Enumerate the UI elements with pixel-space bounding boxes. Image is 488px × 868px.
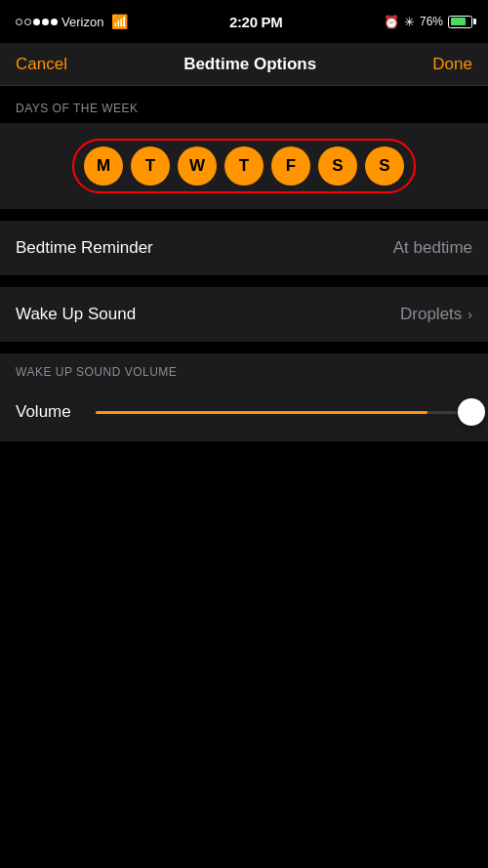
done-button[interactable]: Done [432, 55, 472, 74]
volume-section-label: WAKE UP SOUND VOLUME [0, 353, 488, 383]
day-wednesday[interactable]: W [178, 146, 217, 186]
days-oval: M T W T F S S [72, 139, 416, 193]
battery-percent: 76% [420, 15, 443, 28]
status-left: Verizon 📶 [16, 14, 128, 29]
volume-slider-fill [96, 411, 427, 414]
wake-up-sound-text: Droplets [400, 305, 462, 324]
signal-icon [16, 19, 58, 25]
volume-section: WAKE UP SOUND VOLUME Volume [0, 353, 488, 441]
volume-slider-row: Volume [0, 383, 488, 441]
wifi-icon: 📶 [111, 14, 128, 29]
day-tuesday[interactable]: T [131, 146, 170, 186]
separator-2 [0, 275, 488, 287]
bedtime-reminder-value: At bedtime [393, 238, 472, 258]
day-saturday[interactable]: S [318, 146, 357, 186]
wake-up-sound-row[interactable]: Wake Up Sound Droplets › [0, 287, 488, 342]
separator-3 [0, 342, 488, 353]
bedtime-reminder-container: Bedtime Reminder At bedtime [0, 221, 488, 275]
content: DAYS OF THE WEEK M T W T F S S Bedtime R… [0, 86, 488, 441]
signal-dot-4 [42, 19, 49, 25]
bedtime-reminder-label: Bedtime Reminder [16, 238, 153, 258]
volume-label: Volume [16, 402, 84, 422]
wake-up-sound-label: Wake Up Sound [16, 305, 136, 324]
days-container: M T W T F S S [0, 123, 488, 209]
wake-up-sound-value: Droplets › [400, 305, 472, 324]
bedtime-reminder-row[interactable]: Bedtime Reminder At bedtime [0, 221, 488, 275]
volume-slider-thumb[interactable] [458, 398, 485, 426]
page-title: Bedtime Options [183, 55, 316, 74]
chevron-right-icon: › [468, 307, 472, 322]
alarm-icon: ⏰ [384, 15, 399, 29]
cancel-button[interactable]: Cancel [16, 55, 67, 74]
day-sunday[interactable]: S [365, 146, 404, 186]
status-bar: Verizon 📶 2:20 PM ⏰ ✳ 76% [0, 0, 488, 43]
days-section-label: DAYS OF THE WEEK [0, 86, 488, 123]
nav-bar: Cancel Bedtime Options Done [0, 43, 488, 86]
separator-1 [0, 209, 488, 221]
signal-dot-1 [16, 19, 22, 25]
bluetooth-icon: ✳ [404, 15, 415, 29]
carrier-label: Verizon [61, 15, 103, 29]
status-right: ⏰ ✳ 76% [384, 15, 472, 29]
signal-dot-3 [33, 19, 40, 25]
day-friday[interactable]: F [271, 146, 310, 186]
day-thursday[interactable]: T [224, 146, 264, 186]
volume-slider-track[interactable] [96, 411, 472, 414]
signal-dot-2 [24, 19, 31, 25]
status-time: 2:20 PM [229, 14, 283, 30]
volume-row: Volume [16, 402, 472, 422]
signal-dot-5 [51, 19, 58, 25]
day-monday[interactable]: M [84, 146, 123, 186]
battery-icon [448, 16, 472, 28]
wake-up-sound-container: Wake Up Sound Droplets › [0, 287, 488, 342]
